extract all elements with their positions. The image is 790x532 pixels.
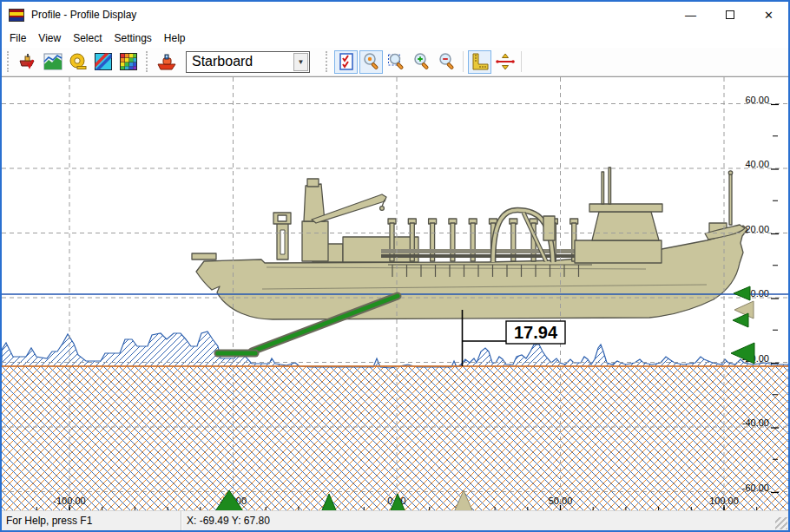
profile-chart[interactable]: 60.0040.0020.000.00-20.00-40.00-60.00-10… bbox=[2, 76, 788, 510]
svg-text:100.00: 100.00 bbox=[709, 496, 739, 506]
ruler-button[interactable] bbox=[468, 50, 491, 74]
zoom-window-icon bbox=[387, 52, 406, 71]
svg-text:40.00: 40.00 bbox=[745, 159, 769, 169]
svg-text:0.00: 0.00 bbox=[751, 288, 769, 299]
close-button[interactable]: ✕ bbox=[749, 2, 788, 28]
toolbar-grip[interactable] bbox=[146, 51, 150, 72]
dredger-ship bbox=[192, 167, 747, 319]
toolbar: Starboard ▼ bbox=[2, 48, 788, 76]
vessel-display-icon bbox=[18, 52, 37, 71]
fore-mast bbox=[273, 213, 291, 259]
measure-distance-icon bbox=[495, 52, 516, 71]
zoom-point-button[interactable] bbox=[359, 50, 383, 74]
tape-display-button[interactable] bbox=[66, 50, 89, 74]
view-selector-value: Starboard bbox=[187, 54, 293, 69]
app-icon bbox=[9, 9, 24, 22]
toolbar-grip[interactable] bbox=[326, 51, 330, 72]
title-bar: Profile - Profile Display — ✕ bbox=[2, 2, 788, 28]
zoom-out-icon bbox=[438, 52, 457, 71]
vessel-select-button[interactable] bbox=[155, 50, 178, 74]
menu-bar: File View Select Settings Help bbox=[2, 28, 788, 48]
zoom-window-button[interactable] bbox=[385, 50, 408, 74]
maximize-button[interactable] bbox=[710, 2, 749, 28]
app-window: Profile - Profile Display — ✕ File View … bbox=[0, 0, 790, 532]
svg-text:-100.00: -100.00 bbox=[53, 496, 85, 506]
view-selector-combobox[interactable]: Starboard ▼ bbox=[186, 51, 310, 73]
bridge-superstructure bbox=[575, 167, 662, 263]
svg-text:50.00: 50.00 bbox=[549, 496, 573, 506]
resize-grip[interactable] bbox=[775, 517, 787, 529]
bow-ledge bbox=[192, 253, 216, 259]
svg-text:20.00: 20.00 bbox=[745, 224, 769, 234]
maximize-icon bbox=[726, 10, 734, 19]
measurement-value: 17.94 bbox=[514, 323, 558, 342]
zoom-in-icon bbox=[412, 52, 431, 71]
matrix-icon bbox=[119, 52, 138, 71]
status-help: For Help, press F1 bbox=[2, 511, 181, 530]
menu-view[interactable]: View bbox=[32, 30, 67, 47]
checklist-icon bbox=[337, 52, 356, 71]
matrix-display-button[interactable] bbox=[116, 50, 140, 74]
menu-help[interactable]: Help bbox=[158, 30, 192, 47]
boat-icon bbox=[156, 51, 177, 72]
status-coordinates: X: -69.49 Y: 67.80 bbox=[181, 511, 788, 530]
profile-plot[interactable]: 60.0040.0020.000.00-20.00-40.00-60.00-10… bbox=[2, 77, 788, 510]
svg-text:-40.00: -40.00 bbox=[742, 417, 769, 428]
minimize-button[interactable]: — bbox=[671, 2, 710, 28]
zoom-out-button[interactable] bbox=[435, 50, 458, 74]
zoom-point-icon bbox=[362, 52, 381, 71]
window-title: Profile - Profile Display bbox=[31, 9, 136, 21]
tape-icon bbox=[69, 52, 88, 71]
zoom-in-button[interactable] bbox=[410, 50, 433, 74]
measure-distance-button[interactable] bbox=[493, 50, 517, 74]
menu-select[interactable]: Select bbox=[67, 30, 108, 47]
menu-file[interactable]: File bbox=[3, 30, 32, 47]
stern-gantry bbox=[705, 171, 745, 240]
funnel bbox=[592, 212, 659, 240]
vessel-display-button[interactable] bbox=[16, 50, 39, 74]
options-checklist-button[interactable] bbox=[334, 50, 358, 74]
toolbar-grip[interactable] bbox=[7, 51, 11, 72]
ruler-icon bbox=[471, 52, 490, 71]
profile-chart-display-button[interactable] bbox=[41, 50, 64, 74]
cross-section-icon bbox=[94, 52, 113, 71]
svg-text:-60.00: -60.00 bbox=[742, 483, 769, 493]
profile-chart-icon bbox=[43, 52, 63, 71]
chevron-down-icon[interactable]: ▼ bbox=[293, 53, 308, 71]
subsoil-crosshatch bbox=[2, 366, 788, 510]
cross-section-display-button[interactable] bbox=[91, 50, 115, 74]
status-bar: For Help, press F1 X: -69.49 Y: 67.80 bbox=[2, 510, 788, 530]
menu-settings[interactable]: Settings bbox=[109, 30, 158, 47]
svg-text:60.00: 60.00 bbox=[745, 95, 769, 105]
